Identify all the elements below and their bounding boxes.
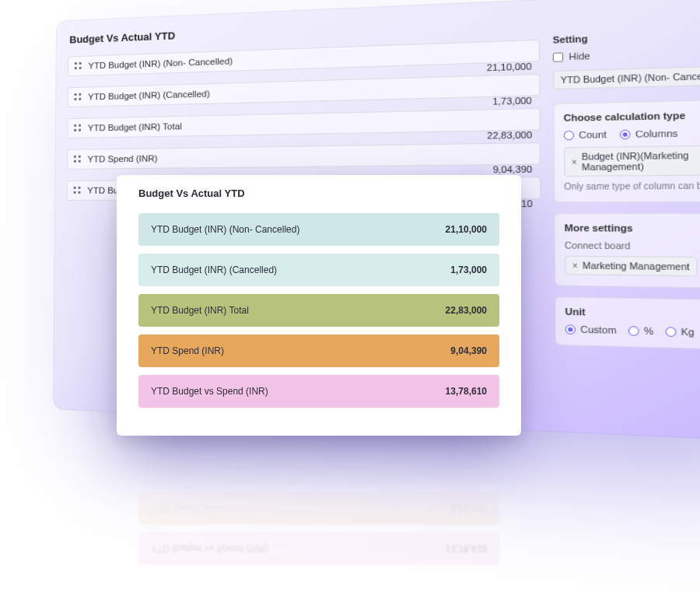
summary-row: YTD Budget vs Spend (INR) 13,78,610 xyxy=(138,375,499,408)
connect-board-chip[interactable]: × Marketing Management xyxy=(565,256,698,277)
metric-value: 21,10,000 xyxy=(487,61,532,73)
metric-label: YTD Budget (INR) (Non- Cancelled) xyxy=(88,56,233,70)
drag-handle-icon[interactable] xyxy=(74,156,82,163)
metric-value: 22,83,000 xyxy=(487,130,532,141)
summary-label: YTD Spend (INR) xyxy=(151,345,224,356)
drag-handle-icon[interactable] xyxy=(75,93,82,101)
card-reflection: YTD Budget vs Spend (INR) 13,78,610 YTD … xyxy=(117,436,521,576)
unit-percent-radio[interactable]: % xyxy=(628,325,653,336)
summary-row: YTD Budget (INR) (Non- Cancelled) 21,10,… xyxy=(138,213,499,246)
selected-column-chip[interactable]: YTD Budget (INR) (Non- Cancelled) xyxy=(553,65,700,89)
summary-label: YTD Budget (INR) (Cancelled) xyxy=(151,264,277,275)
metric-value: 1,73,000 xyxy=(492,96,532,107)
metric-label: YTD Budget (INR) Total xyxy=(88,121,182,133)
summary-row: YTD Spend (INR) 9,04,390 xyxy=(138,335,499,367)
summary-value: 9,04,390 xyxy=(450,345,487,356)
metric-row[interactable]: YTD Budget (INR) (Cancelled) 1,73,000 xyxy=(68,74,541,107)
summary-value: 22,83,000 xyxy=(446,305,487,316)
unit-heading: Unit xyxy=(565,307,700,321)
drag-handle-icon[interactable] xyxy=(75,62,82,70)
summary-value: 21,10,000 xyxy=(446,224,487,235)
unit-kg-radio[interactable]: Kg xyxy=(665,326,695,338)
calc-note: Only same type of column can be selec xyxy=(564,180,700,191)
connect-board-label: Connect board xyxy=(565,240,700,252)
summary-value: 13,78,610 xyxy=(446,386,487,397)
summary-row: YTD Budget (INR) (Cancelled) 1,73,000 xyxy=(138,254,499,286)
summary-label: YTD Budget (INR) (Non- Cancelled) xyxy=(151,224,299,235)
metric-label: YTD Budget (INR) (Cancelled) xyxy=(88,89,210,101)
hide-checkbox[interactable]: Hide xyxy=(553,45,700,62)
unit-custom-radio[interactable]: Custom xyxy=(565,324,617,335)
checkbox-icon xyxy=(553,52,563,62)
calc-column-chip[interactable]: × Budget (INR)(Marketing Management) xyxy=(564,145,700,177)
calc-columns-radio[interactable]: Columns xyxy=(620,128,677,139)
drag-handle-icon[interactable] xyxy=(74,187,82,194)
summary-label: YTD Budget (INR) Total xyxy=(151,305,249,316)
chip-remove-icon[interactable]: × xyxy=(572,261,578,270)
budget-summary-card: Budget Vs Actual YTD YTD Budget (INR) (N… xyxy=(117,175,521,436)
more-settings-heading: More settings xyxy=(565,222,700,233)
calc-heading: Choose calculation type xyxy=(564,109,700,123)
summary-value: 1,73,000 xyxy=(450,264,487,275)
calc-count-radio[interactable]: Count xyxy=(564,129,607,140)
metric-row[interactable]: YTD Budget (INR) Total 22,83,000 xyxy=(67,108,540,138)
summary-row: YTD Budget (INR) Total 22,83,000 xyxy=(138,294,499,327)
chip-remove-icon[interactable]: × xyxy=(572,157,577,166)
drag-handle-icon[interactable] xyxy=(74,124,82,132)
summary-label: YTD Budget vs Spend (INR) xyxy=(151,386,268,397)
metric-label: YTD Spend (INR) xyxy=(88,153,158,163)
metric-row[interactable]: YTD Spend (INR) 9,04,390 xyxy=(67,142,541,170)
card-title: Budget Vs Actual YTD xyxy=(138,186,499,213)
metric-value: 9,04,390 xyxy=(493,164,533,175)
